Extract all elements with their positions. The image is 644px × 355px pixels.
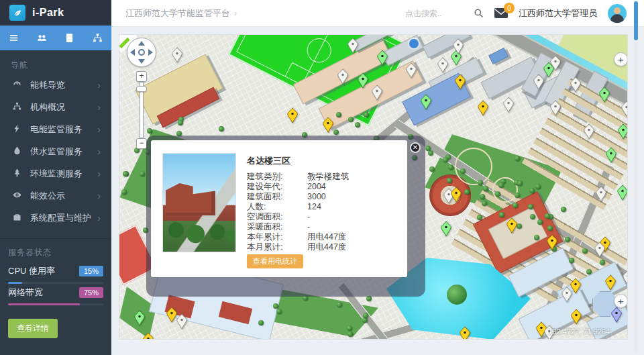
map-marker-yellow[interactable] [287,107,298,123]
pan-down-icon[interactable] [138,59,145,64]
nav-section-label: 导航 [0,50,111,74]
pan-right-icon[interactable] [148,49,153,56]
map-marker-yellow[interactable] [460,326,470,339]
map-shape-42 [408,38,420,50]
top-bar: 江西师范大学节能监管平台 › 0 江西师范大学管理员 [111,0,644,27]
map-marker-white[interactable] [453,38,464,54]
metric-CPU 使用率: CPU 使用率15% [0,262,111,284]
sidebar-item-机构概况[interactable]: 机构概况› [0,96,111,118]
close-icon[interactable]: ✕ [410,142,421,153]
map-marker-white[interactable] [623,270,627,286]
drop-icon [12,146,22,158]
page-scrollbar[interactable] [634,1,638,354]
zoom-out-button[interactable]: − [136,138,147,149]
scrollbar-thumb[interactable] [634,1,638,40]
map-shape-33 [447,285,467,305]
map-marker-yellow[interactable] [547,234,557,250]
tree-icon [258,320,264,325]
map-marker-white[interactable] [550,100,561,116]
tab-orgchart-icon[interactable] [84,26,112,50]
map-marker-green[interactable] [358,72,368,89]
map-marker-white[interactable] [594,242,605,258]
map-marker-purple[interactable] [611,307,622,323]
zoom-slider-handle[interactable] [136,86,147,92]
map-marker-white[interactable] [570,77,581,93]
map-marker-green[interactable] [134,310,145,326]
sidebar-item-供水监管服务[interactable]: 供水监管服务› [0,140,111,162]
tree-icon [530,214,535,219]
view-details-button[interactable]: 查看详情 [8,319,58,338]
map-marker-yellow[interactable] [506,217,517,234]
map-marker-yellow[interactable] [323,117,333,133]
campus-map[interactable]: + − + + 132.4727, 71.9264 名达楼三区 建筑类别:教学楼… [119,35,627,339]
map-marker-white[interactable] [561,287,572,303]
pan-center-icon[interactable] [138,49,145,56]
sidebar-item-label: 供水监管服务 [30,146,83,158]
map-marker-white[interactable] [437,57,448,73]
sidebar-item-环境监测服务[interactable]: 环境监测服务› [0,162,111,185]
map-marker-white[interactable] [533,74,544,90]
map-marker-green[interactable] [617,185,627,201]
map-marker-yellow[interactable] [166,307,177,323]
field-label: 本年累计: [247,232,307,242]
map-marker-green[interactable] [441,221,451,237]
tab-tablet-icon[interactable] [56,26,84,50]
map-marker-green[interactable] [377,50,388,66]
view-electricity-stats-button[interactable]: 查看用电统计 [247,254,303,268]
map-marker-yellow[interactable] [451,187,462,203]
map-marker-white[interactable] [172,47,182,63]
map-marker-white[interactable] [584,123,594,140]
map-marker-white[interactable] [596,186,606,202]
avatar[interactable] [608,4,627,23]
tree-icon [336,112,341,117]
building-field-row: 人数:124 [247,202,394,212]
map-plus-button-top[interactable]: + [614,52,627,66]
sidebar-item-label: 环境监测服务 [30,168,83,180]
map-marker-white[interactable] [372,85,382,101]
sidebar-item-能效公示[interactable]: 能效公示› [0,185,111,207]
search-input[interactable] [405,9,463,18]
chevron-right-icon: › [97,80,101,91]
map-marker-yellow[interactable] [455,74,466,90]
map-pan-control[interactable] [127,38,156,67]
map-marker-white[interactable] [621,101,627,117]
sidebar-item-label: 能耗导览 [30,79,65,91]
tab-users-icon[interactable] [28,26,56,50]
tree-icon [547,225,553,231]
search-icon[interactable] [474,8,484,18]
map-marker-yellow[interactable] [571,309,582,325]
sidebar-item-电能监管服务[interactable]: 电能监管服务› [0,118,111,140]
map-marker-white[interactable] [347,38,358,54]
map-marker-green[interactable] [606,147,616,163]
chevron-right-icon: › [97,146,101,157]
metric-网络带宽: 网络带宽75% [0,284,111,305]
map-marker-yellow[interactable] [478,100,488,116]
map-marker-white[interactable] [550,55,561,71]
username[interactable]: 江西师范大学管理员 [519,7,597,19]
map-marker-yellow[interactable] [605,274,616,291]
map-marker-green[interactable] [599,87,610,103]
tab-menu-icon[interactable] [0,26,28,50]
tree-icon [515,193,520,198]
mail-icon[interactable]: 0 [494,8,508,18]
sidebar-item-系统配置与维护[interactable]: 系统配置与维护› [0,207,111,229]
map-marker-green[interactable] [421,94,431,110]
zoom-in-button[interactable]: + [136,71,147,82]
sidebar-item-label: 电能监管服务 [30,123,83,136]
sidebar-nav: 能耗导览›机构概况›电能监管服务›供水监管服务›环境监测服务›能效公示›系统配置… [0,74,111,229]
building-field-row: 空调面积:- [247,212,394,222]
pan-up-icon[interactable] [138,41,145,46]
map-plus-button-bottom[interactable]: + [614,294,627,308]
map-marker-white[interactable] [406,62,417,79]
map-marker-white[interactable] [337,68,348,85]
map-marker-yellow[interactable] [143,332,154,339]
map-marker-white[interactable] [503,97,514,113]
field-value: 3000 [307,192,326,202]
map-marker-green[interactable] [618,123,627,140]
tree-icon [337,302,342,307]
sidebar-item-能耗导览[interactable]: 能耗导览› [0,74,111,96]
tree-icon [364,112,369,117]
map-marker-white[interactable] [176,313,187,329]
pan-left-icon[interactable] [130,49,135,56]
building-name: 名达楼三区 [247,155,290,167]
